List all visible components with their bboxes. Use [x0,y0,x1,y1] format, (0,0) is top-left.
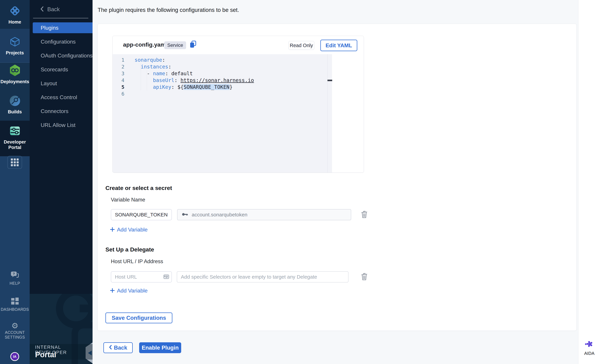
right-strip: AIDA [578,0,600,364]
sidebar-item-access-control[interactable]: Access Control [30,92,93,103]
sidebar-item-layout[interactable]: Layout [30,78,93,89]
configuration-card: app-config.yaml Service Read Only Edit Y… [97,24,577,331]
host-url-label: Host URL / IP Address [111,258,163,264]
nav-account-settings-label-2: SETTINGS [5,335,25,340]
brand-line-2: Portal [35,350,56,359]
sidebar-item-connectors[interactable]: Connectors [30,106,93,117]
add-variable-link-delegate[interactable]: Add Variable [110,288,148,294]
intro-text: The plugin requires the following config… [98,7,239,13]
code-line: 1sonarqube: [112,56,332,63]
deployments-icon [9,64,21,77]
avatar-initials: IA [13,355,17,359]
grid-icon [11,159,19,166]
secret-reference-field[interactable]: account.sonarqubetoken [177,209,351,220]
back-button[interactable]: Back [103,342,133,353]
svg-text:?: ? [13,272,15,276]
module-picker-button[interactable] [8,156,22,169]
save-configurations-button[interactable]: Save Configurations [105,312,172,323]
sidebar-item-scorecards[interactable]: Scorecards [30,64,93,75]
service-badge: Service [164,41,186,49]
yaml-editor-card: app-config.yaml Service Read Only Edit Y… [112,36,364,173]
nav-help-label: HELP [9,281,20,286]
plus-icon [110,227,115,233]
aida-assistant-button[interactable]: AIDA [579,339,600,356]
key-icon [182,212,189,217]
back-button-label: Back [114,345,127,351]
user-avatar[interactable]: IA [10,352,19,361]
dashboards-icon [11,298,19,306]
add-variable-link-secret[interactable]: Add Variable [110,227,148,233]
nav-account-settings-label-1: ACCOUNT [5,330,25,335]
delete-delegate-row-button[interactable] [360,272,368,281]
plus-icon [110,288,115,294]
code-line: 2 instances: [112,63,332,70]
nav-dashboards-label: DASHBOARDS [1,307,29,312]
sidebar-back-label: Back [47,6,60,13]
nav-builds-label: Builds [8,109,22,114]
secret-reference-value: account.sonarqubetoken [192,212,247,218]
aida-icon [585,339,594,349]
sidebar-item-oauth-configurations[interactable]: OAuth Configurations [30,50,93,61]
chevron-left-icon [40,6,44,13]
nav-projects[interactable]: Projects [0,36,30,56]
aida-label: AIDA [584,351,595,356]
read-only-button[interactable]: Read Only [289,41,314,50]
add-variable-label: Add Variable [117,288,148,294]
edit-yaml-button[interactable]: Edit YAML [320,40,357,51]
nav-help[interactable]: ? HELP [0,271,30,286]
nav-home[interactable]: Home [0,5,30,25]
sidebar-item-plugins[interactable]: Plugins [33,22,93,33]
nav-account-settings[interactable]: ⚙ ACCOUNT SETTINGS [0,322,30,340]
nav-builds[interactable]: Builds [0,95,30,114]
sidebar-divider [33,18,88,18]
sidebar-item-configurations[interactable]: Configurations [30,36,93,47]
code-line: 5 apiKey: ${SONARQUBE_TOKEN} [112,84,332,91]
code-line: 4 baseUrl: https://sonar.harness.io [112,77,332,84]
harness-idp-plugin-config-page: Home Projects [0,0,600,364]
enable-plugin-button[interactable]: Enable Plugin [139,342,181,353]
code-lines: 1sonarqube: 2 instances: 3 - name: defau… [112,56,332,97]
sidebar-brand-zone: INTERNAL DEVELOPER Portal [30,294,93,364]
sidebar-back-button[interactable]: Back [40,6,60,13]
nav-home-label: Home [9,19,21,25]
nav-deployments[interactable]: Deployments [0,64,30,84]
code-line: 3 - name: default [112,70,332,77]
nav-deployments-label: Deployments [0,79,29,84]
nav-developer-portal-label: Developer Portal [2,139,28,150]
host-url-field-icon [163,274,169,280]
secret-section-heading: Create or select a secret [105,185,172,191]
delegate-selectors-input[interactable] [177,271,348,282]
add-variable-label: Add Variable [117,227,148,233]
host-url-wrap [111,271,172,282]
gear-icon: ⚙ [11,322,18,330]
yaml-filename: app-config.yaml [123,41,167,48]
main-content: The plugin requires the following config… [93,0,578,364]
developer-portal-icon [9,125,21,138]
nav-dashboards[interactable]: DASHBOARDS [0,298,30,312]
code-line: 6 [112,91,332,97]
variable-name-label: Variable Name [111,197,145,203]
settings-sidebar: Back Plugins Configurations OAuth Config… [30,0,93,364]
host-url-input[interactable] [111,271,172,282]
sidebar-item-url-allow-list[interactable]: URL Allow List [30,120,93,131]
home-icon [9,5,21,18]
chevron-left-icon [109,345,112,351]
decorative-bar [80,305,93,312]
help-chat-icon: ? [10,271,19,280]
delegate-section-heading: Set Up a Delegate [105,246,154,253]
delete-variable-button[interactable] [360,210,368,218]
copy-icon[interactable] [189,40,197,48]
nav-projects-label: Projects [6,50,24,56]
projects-icon [9,36,21,48]
module-rail: Home Projects [0,0,30,364]
variable-name-input[interactable] [111,209,172,220]
nav-developer-portal[interactable]: Developer Portal [0,125,30,150]
builds-icon [9,95,21,107]
